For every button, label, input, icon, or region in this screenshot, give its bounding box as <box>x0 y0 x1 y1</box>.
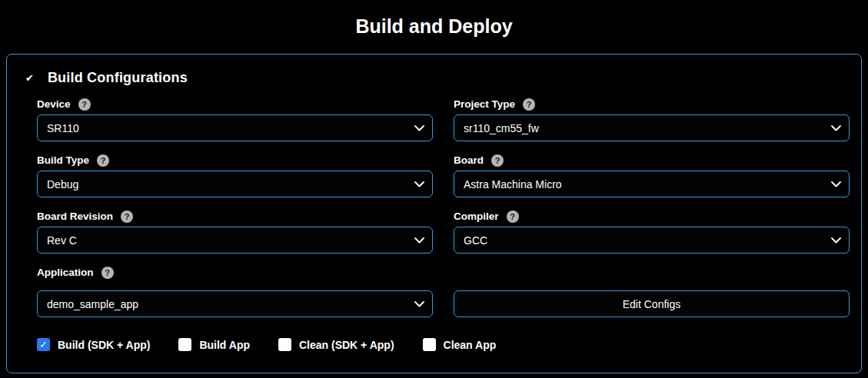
board-select[interactable]: Astra Machina Micro <box>454 171 850 197</box>
build-config-form: Device ? SR110 Project Type ? sr110_cm55… <box>37 98 850 317</box>
build-type-select[interactable]: Debug <box>37 171 433 197</box>
clean-sdk-app-option[interactable]: ✓ Clean (SDK + App) <box>278 338 394 351</box>
board-revision-label: Board Revision <box>37 211 113 222</box>
help-icon[interactable]: ? <box>97 154 109 167</box>
help-icon[interactable]: ? <box>78 98 91 111</box>
help-icon[interactable]: ? <box>491 154 504 167</box>
build-options-row: ✓ Build (SDK + App) ✓ Build App ✓ Clean … <box>37 338 850 351</box>
page-title: Build and Deploy <box>0 0 868 54</box>
help-icon[interactable]: ? <box>121 211 133 223</box>
checkmark-icon: ✓ <box>39 340 48 350</box>
compiler-select[interactable]: GCC <box>454 227 850 254</box>
project-type-label: Project Type <box>454 98 515 110</box>
application-label: Application <box>37 267 94 278</box>
device-field: Device ? SR110 <box>37 98 433 141</box>
application-field: Application ? demo_sample_app <box>37 267 433 317</box>
build-app-label: Build App <box>199 339 250 351</box>
build-sdk-app-option[interactable]: ✓ Build (SDK + App) <box>37 338 150 351</box>
clean-app-label: Clean App <box>444 339 497 351</box>
build-sdk-app-label: Build (SDK + App) <box>58 339 150 351</box>
compiler-field: Compiler ? GCC <box>454 211 850 254</box>
build-type-label: Build Type <box>37 154 89 166</box>
help-icon[interactable]: ? <box>523 98 535 111</box>
board-label: Board <box>454 154 484 166</box>
edit-configs-button[interactable]: Edit Configs <box>454 290 850 317</box>
build-configurations-panel: ✔ Build Configurations Device ? SR110 Pr… <box>6 54 862 373</box>
board-revision-select[interactable]: Rev C <box>37 227 433 254</box>
clean-sdk-app-label: Clean (SDK + App) <box>299 339 394 351</box>
project-type-field: Project Type ? sr110_cm55_fw <box>454 98 850 141</box>
build-app-checkbox[interactable]: ✓ <box>178 338 191 351</box>
panel-header: ✔ Build Configurations <box>25 70 850 86</box>
board-revision-field: Board Revision ? Rev C <box>37 211 433 254</box>
compiler-label: Compiler <box>454 211 499 222</box>
device-select[interactable]: SR110 <box>37 114 433 141</box>
help-icon[interactable]: ? <box>507 211 519 223</box>
project-type-select[interactable]: sr110_cm55_fw <box>454 114 850 141</box>
board-field: Board ? Astra Machina Micro <box>454 154 850 197</box>
device-label: Device <box>37 98 71 110</box>
clean-sdk-app-checkbox[interactable]: ✓ <box>278 338 291 351</box>
clean-app-option[interactable]: ✓ Clean App <box>423 338 497 351</box>
application-select[interactable]: demo_sample_app <box>37 290 433 317</box>
edit-configs-cell: Edit Configs <box>454 267 850 317</box>
build-sdk-app-checkbox[interactable]: ✓ <box>37 338 50 351</box>
build-type-field: Build Type ? Debug <box>37 154 433 197</box>
help-icon[interactable]: ? <box>101 267 114 279</box>
clean-app-checkbox[interactable]: ✓ <box>423 338 436 351</box>
build-app-option[interactable]: ✓ Build App <box>178 338 250 351</box>
section-title: Build Configurations <box>48 70 188 86</box>
check-icon: ✔ <box>25 73 34 83</box>
